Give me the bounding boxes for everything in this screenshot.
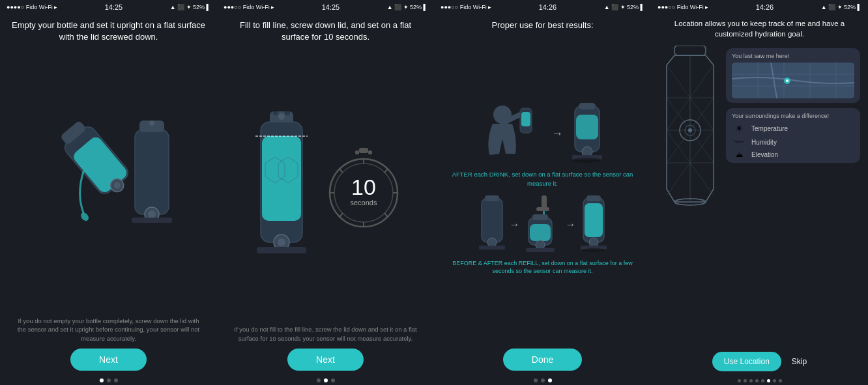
next-button-2[interactable]: Next (287, 349, 364, 371)
bottom-section-3: Done (444, 346, 641, 371)
elevation-label: Elevation (751, 151, 778, 158)
status-bar-3: ●●●○○ Fido Wi-Fi ▸ 14:26 ▲ ⬛ ✦ 52% ▌ (434, 0, 651, 14)
skip-button[interactable]: Skip (792, 357, 807, 366)
dot-3-3 (548, 378, 552, 382)
svg-point-56 (536, 240, 545, 250)
svg-rect-6 (135, 130, 169, 214)
page-dots-4 (651, 375, 868, 385)
status-bar-4: ●●●○○ Fido Wi-Fi ▸ 14:26 ▲ ⬛ ✦ 52% ▌ (651, 0, 868, 14)
status-right-4: ▲ ⬛ ✦ 52% ▌ (821, 4, 861, 10)
svg-rect-55 (532, 214, 548, 220)
env-item-elevation: ⛰ Elevation (732, 150, 854, 158)
dot-3-2 (541, 378, 545, 382)
illustration-area-1 (10, 47, 207, 316)
svg-rect-49 (479, 246, 505, 250)
status-right-2: ▲ ⬛ ✦ 52% ▌ (387, 4, 427, 10)
dot-1-3 (114, 378, 118, 382)
temperature-icon: ☀ (732, 123, 746, 134)
bubble-1-title: You last saw me here! (732, 53, 854, 59)
refill-bottle-1 (478, 195, 506, 254)
svg-point-8 (149, 121, 154, 126)
done-button-3[interactable]: Done (503, 349, 582, 371)
svg-point-45 (573, 158, 601, 163)
screen-3: ●●●○○ Fido Wi-Fi ▸ 14:26 ▲ ⬛ ✦ 52% ▌ Pro… (434, 0, 651, 385)
svg-point-15 (278, 113, 285, 120)
bubble-2-title: Your surroundings make a difference! (732, 113, 854, 119)
page-dots-1 (0, 375, 217, 385)
bottom-section-2: If you do not fill to the fill line, scr… (227, 325, 424, 371)
bottle-illustration-1 (24, 104, 194, 260)
dot-4-5 (761, 379, 764, 382)
svg-rect-51 (536, 207, 549, 211)
bottle-sketch-4 (661, 46, 719, 215)
refill-bottle-2 (523, 195, 562, 254)
svg-rect-41 (576, 115, 598, 139)
timer-illustration: 10 seconds (325, 144, 403, 229)
warning-text-2: If you do not fill to the fill line, scr… (234, 325, 417, 343)
svg-point-20 (278, 238, 285, 246)
screen-title-2: Fill to fill line, screw down lid, and s… (227, 20, 424, 43)
svg-rect-14 (285, 111, 290, 115)
svg-rect-33 (355, 150, 359, 154)
illustration-area-3: → AFTER each DRINK, set down on a flat s… (444, 35, 641, 346)
screen-1: ●●●●○ Fido Wi-Fi ▸ 14:25 ▲ ⬛ ✦ 52% ▌ Emp… (0, 0, 217, 385)
dot-1-2 (107, 378, 111, 382)
svg-rect-11 (132, 218, 172, 223)
svg-rect-60 (586, 195, 601, 201)
dot-4-3 (749, 379, 753, 382)
svg-rect-57 (526, 248, 555, 252)
drinking-illustration (480, 103, 545, 165)
temperature-label: Temperature (751, 125, 788, 132)
next-button-1[interactable]: Next (70, 349, 147, 371)
refill-bottle-3 (579, 195, 608, 254)
screen-content-1: Empty your bottle and set it upright on … (0, 14, 217, 375)
svg-line-30 (340, 213, 343, 217)
dot-2-3 (331, 378, 335, 382)
dot-2-1 (317, 378, 321, 382)
status-time-3: 14:26 (539, 3, 557, 11)
bottle-surface-1 (570, 103, 605, 165)
teal-text-2: BEFORE & AFTER each REFILL, set down on … (444, 259, 641, 276)
status-time-4: 14:26 (756, 3, 774, 11)
svg-rect-13 (273, 111, 278, 115)
status-left-2: ●●●○○ Fido Wi-Fi ▸ (224, 4, 274, 10)
status-bar-1: ●●●●○ Fido Wi-Fi ▸ 14:25 ▲ ⬛ ✦ 52% ▌ (0, 0, 217, 14)
status-left-4: ●●●○○ Fido Wi-Fi ▸ (658, 4, 708, 10)
svg-text:seconds: seconds (350, 199, 377, 207)
svg-rect-32 (359, 148, 368, 153)
dot-1-1 (100, 378, 104, 382)
elevation-icon: ⛰ (732, 150, 746, 158)
svg-line-31 (384, 169, 388, 173)
screen-title-3: Proper use for best results: (491, 20, 593, 31)
use-location-button[interactable]: Use Location (712, 352, 781, 371)
svg-rect-47 (485, 195, 499, 201)
screen-content-3: Proper use for best results: → (434, 14, 651, 375)
svg-rect-21 (257, 247, 306, 253)
svg-rect-39 (521, 112, 530, 126)
env-item-temp: ☀ Temperature (732, 123, 854, 134)
dot-4-8 (779, 379, 782, 382)
location-btn-row: Use Location Skip (712, 352, 807, 371)
svg-line-28 (340, 169, 343, 173)
svg-point-48 (487, 238, 497, 247)
svg-rect-54 (530, 224, 551, 241)
svg-point-10 (148, 210, 156, 218)
dot-3-1 (534, 378, 538, 382)
screen-2: ●●●○○ Fido Wi-Fi ▸ 14:25 ▲ ⬛ ✦ 52% ▌ Fil… (217, 0, 434, 385)
env-list: ☀ Temperature 〰 Humidity ⛰ Elevation (732, 123, 854, 158)
map-placeholder (732, 63, 854, 98)
status-bar-2: ●●●○○ Fido Wi-Fi ▸ 14:25 ▲ ⬛ ✦ 52% ▌ (217, 0, 434, 14)
svg-point-5 (79, 211, 90, 222)
fill-bottle-illustration (249, 111, 314, 261)
chat-bubble-2: Your surroundings make a difference! ☀ T… (726, 108, 860, 163)
dot-4-6 (767, 379, 770, 382)
svg-text:10: 10 (351, 175, 376, 199)
teal-text-1: AFTER each DRINK, set down on a flat sur… (444, 170, 641, 188)
screen-4: ●●●○○ Fido Wi-Fi ▸ 14:26 ▲ ⬛ ✦ 52% ▌ Loc… (651, 0, 868, 385)
chat-bubble-1: You last saw me here! (726, 48, 860, 103)
svg-rect-42 (579, 103, 596, 109)
svg-point-86 (786, 79, 788, 82)
screen-title-4: Location allows you to keep track of me … (659, 18, 860, 39)
dot-4-1 (738, 379, 741, 382)
svg-point-63 (582, 248, 605, 252)
